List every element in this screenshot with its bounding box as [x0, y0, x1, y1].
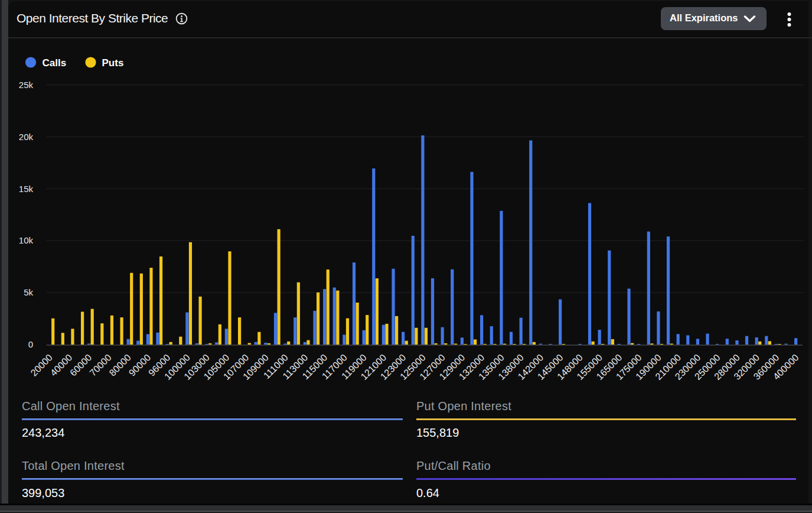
svg-text:90000: 90000 [127, 352, 153, 378]
svg-text:0: 0 [28, 339, 33, 349]
svg-text:Calls: Calls [43, 57, 67, 69]
svg-text:20k: 20k [19, 132, 34, 142]
svg-text:5k: 5k [24, 287, 33, 297]
svg-text:15k: 15k [19, 184, 34, 194]
svg-text:25k: 25k [19, 80, 34, 90]
svg-text:10k: 10k [19, 235, 34, 245]
svg-text:70000: 70000 [87, 352, 113, 378]
svg-text:40000: 40000 [48, 352, 74, 378]
svg-text:80000: 80000 [107, 352, 133, 378]
svg-text:Puts: Puts [102, 57, 124, 69]
svg-text:20000: 20000 [29, 352, 55, 378]
svg-text:60000: 60000 [68, 352, 94, 378]
